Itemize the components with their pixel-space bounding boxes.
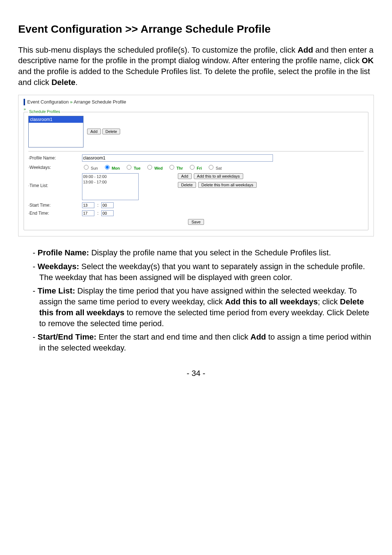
time-list-buttons: Add Add this to all weekdays Delete Dele… — [178, 173, 257, 188]
weekdays-label: ·Weekdays: — [28, 165, 79, 170]
save-row: Save — [28, 219, 364, 225]
bullet-text: Enter the start and end time and then cl… — [97, 332, 250, 341]
separator — [28, 151, 364, 151]
time-item[interactable]: 09:00 - 12:00 — [83, 174, 138, 179]
bullet-text: Select the weekday(s) that you want to s… — [39, 262, 365, 282]
bullet-weekdays: Weekdays: Select the weekday(s) that you… — [33, 261, 374, 283]
intro-text: This sub-menu displays the scheduled pro… — [18, 45, 298, 54]
intro-text: . — [75, 78, 78, 87]
title-suffix: Arrange Schedule Profile — [74, 99, 126, 105]
bullet-time-list: Time List: Display the time period that … — [33, 285, 374, 329]
weekday-tue-label: Tue — [134, 166, 140, 170]
page-number: - 34 - — [18, 368, 374, 379]
radio-wed[interactable] — [147, 165, 152, 170]
weekday-mon-label: Mon — [112, 166, 120, 170]
profile-name-label: ·Profile Name: — [28, 155, 79, 161]
profile-list-row: classroom1 Add Delete — [28, 116, 364, 147]
intro-paragraph: This sub-menu displays the scheduled pro… — [18, 45, 374, 88]
delete-button[interactable]: Delete — [102, 129, 121, 134]
bullet-start-end-time: Start/End Time: Enter the start and end … — [33, 332, 374, 353]
screenshot-title: Event Configuration » Arrange Schedule P… — [24, 99, 368, 105]
time-list-label: ·Time List: — [28, 173, 79, 189]
bullet-label: Weekdays: — [37, 262, 79, 271]
add-button[interactable]: Add — [87, 129, 101, 134]
description-list: Profile Name: Display the profile name t… — [18, 247, 374, 353]
weekday-thr[interactable]: Thr — [168, 164, 183, 171]
intro-bold-add: Add — [298, 45, 313, 54]
weekday-wed-label: Wed — [154, 166, 163, 170]
weekday-fri-label: Fri — [197, 166, 202, 170]
add-all-weekdays-button[interactable]: Add this to all weekdays — [194, 173, 243, 179]
section-label: Schedule Profiles — [28, 109, 61, 114]
start-min-input[interactable] — [101, 202, 114, 208]
schedule-profiles-box: classroom1 Add Delete ·Profile Name: ·We… — [24, 112, 368, 230]
bullet-text: ; click — [318, 297, 340, 306]
radio-mon[interactable] — [105, 165, 110, 170]
time-delete-button[interactable]: Delete — [178, 182, 196, 188]
weekday-thr-label: Thr — [176, 166, 183, 170]
title-sep: » — [70, 99, 73, 105]
page-heading: Event Configuration >> Arrange Schedule … — [18, 22, 374, 37]
config-screenshot: Event Configuration » Arrange Schedule P… — [18, 95, 374, 236]
weekdays-row: ·Weekdays: Sun Mon Tue Wed Thr Fri Sat — [28, 164, 364, 171]
delete-all-weekdays-button[interactable]: Delete this from all weekdays — [198, 182, 257, 188]
bullet-label: Start/End Time: — [37, 332, 96, 341]
weekday-tue[interactable]: Tue — [125, 164, 140, 171]
save-button[interactable]: Save — [188, 219, 204, 225]
start-hour-input[interactable] — [82, 202, 94, 208]
time-item[interactable]: 13:00 - 17:00 — [83, 179, 138, 185]
end-time-row: ·End Time: : — [28, 210, 364, 216]
start-time-row: ·Start Time: : — [28, 202, 364, 208]
weekday-sun[interactable]: Sun — [82, 164, 98, 171]
weekday-mon[interactable]: Mon — [103, 164, 120, 171]
bullet-strong: Add this to all weekdays — [225, 297, 318, 306]
bullet-text: Display the profile name that you select… — [89, 248, 331, 257]
time-colon: : — [97, 210, 98, 216]
weekday-sun-label: Sun — [91, 166, 98, 170]
profile-item-selected[interactable]: classroom1 — [29, 116, 83, 123]
bullet-profile-name: Profile Name: Display the profile name t… — [33, 247, 374, 258]
weekday-wed[interactable]: Wed — [146, 164, 163, 171]
intro-bold-delete: Delete — [52, 78, 75, 87]
bullet-label: Time List: — [37, 286, 75, 295]
end-hour-input[interactable] — [82, 210, 94, 216]
weekday-fri[interactable]: Fri — [188, 164, 202, 171]
bullet-strong: Add — [250, 332, 266, 341]
bullet-label: Profile Name: — [37, 248, 89, 257]
weekday-sat[interactable]: Sat — [207, 164, 222, 171]
radio-tue[interactable] — [127, 165, 131, 170]
start-time-label: ·Start Time: — [28, 202, 79, 208]
time-add-button[interactable]: Add — [178, 173, 192, 179]
profile-listbox[interactable]: classroom1 — [28, 116, 83, 147]
title-prefix: Event Configuration — [27, 99, 69, 105]
intro-bold-ok: OK — [362, 56, 374, 65]
radio-sat[interactable] — [209, 165, 213, 170]
end-min-input[interactable] — [101, 210, 114, 216]
time-listbox[interactable]: 09:00 - 12:00 13:00 - 17:00 — [82, 173, 139, 200]
radio-thr[interactable] — [170, 165, 174, 170]
time-list-row: ·Time List: 09:00 - 12:00 13:00 - 17:00 … — [28, 173, 364, 200]
profile-name-input[interactable] — [82, 154, 273, 162]
time-colon: : — [97, 202, 98, 208]
radio-sun[interactable] — [84, 165, 89, 170]
radio-fri[interactable] — [190, 165, 195, 170]
profile-name-row: ·Profile Name: — [28, 154, 364, 162]
end-time-label: ·End Time: — [28, 210, 79, 216]
weekday-sat-label: Sat — [216, 166, 222, 170]
